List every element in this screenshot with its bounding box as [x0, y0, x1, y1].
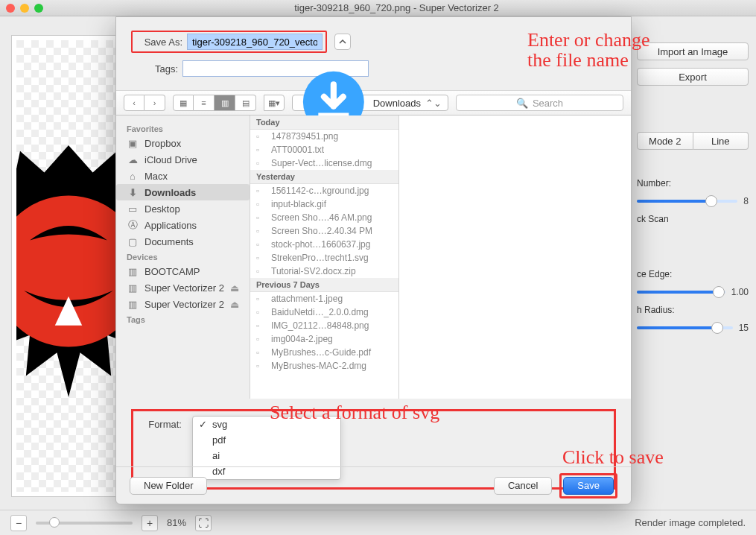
search-field[interactable]: 🔍 Search — [456, 95, 623, 111]
back-button[interactable]: ‹ — [124, 95, 144, 111]
window-controls — [6, 4, 43, 13]
file-icon: ▫ — [256, 212, 267, 223]
window-title: tiger-309218_960_720.png - Super Vectori… — [43, 2, 750, 13]
import-image-button[interactable]: Import an Image — [637, 42, 749, 60]
file-item[interactable]: ▫Tutorial-SV2.docx.zip — [250, 265, 398, 278]
sidebar-item-icloud[interactable]: ☁iCloud Drive — [116, 151, 250, 168]
file-item[interactable]: ▫1561142-c…kground.jpg — [250, 184, 398, 197]
sidebar-item-applications[interactable]: ⒶApplications — [116, 217, 250, 233]
file-icon: ▫ — [256, 253, 267, 263]
line-tab[interactable]: Line — [693, 132, 749, 150]
sidebar-item-label: Desktop — [144, 203, 180, 215]
location-popup[interactable]: Downloads ⌃⌄ — [292, 95, 448, 111]
file-icon: ▫ — [256, 199, 267, 209]
fit-screen-button[interactable]: ⛶ — [195, 515, 212, 531]
search-icon: 🔍 — [516, 98, 528, 109]
zoom-in-button[interactable]: + — [142, 515, 158, 531]
preview-column — [399, 115, 631, 399]
search-placeholder: Search — [533, 98, 563, 109]
file-item[interactable]: ▫img004a-2.jpeg — [250, 332, 398, 346]
file-icon: ▫ — [256, 347, 267, 358]
file-item[interactable]: ▫StrekenPro…trecht1.svg — [250, 251, 398, 265]
cancel-button[interactable]: Cancel — [494, 477, 552, 495]
file-icon: ▫ — [256, 145, 267, 155]
file-name: img004a-2.jpeg — [271, 334, 333, 344]
list-view-button[interactable]: ≡ — [194, 95, 215, 111]
file-item[interactable]: ▫attachment-1.jpeg — [250, 292, 398, 306]
column-view-button[interactable]: ▥ — [215, 95, 235, 111]
save-button[interactable]: Save — [563, 477, 614, 495]
finder-sidebar: Favorites ▣Dropbox ☁iCloud Drive ⌂Macx ⬇… — [116, 115, 250, 399]
forward-button[interactable]: › — [144, 95, 165, 111]
file-item[interactable]: ▫IMG_02112…84848.png — [250, 319, 398, 332]
edge-label: ce Edge: — [637, 269, 749, 279]
mode2-tab[interactable]: Mode 2 — [637, 132, 693, 150]
file-name: attachment-1.jpeg — [271, 294, 343, 304]
sidebar-item-label: Downloads — [144, 187, 196, 198]
sidebar-item-disk1[interactable]: ▥Super Vectorizer 2⏏ — [116, 279, 250, 296]
close-window-button[interactable] — [6, 4, 15, 13]
format-option-pdf[interactable]: pdf — [193, 432, 340, 448]
radius-slider[interactable] — [637, 326, 733, 329]
sidebar-item-documents[interactable]: ▢Documents — [116, 233, 250, 250]
file-column[interactable]: Today▫1478739451.png▫ATT00001.txt▫Super-… — [250, 115, 399, 399]
export-button[interactable]: Export — [637, 68, 749, 86]
new-folder-button[interactable]: New Folder — [130, 477, 207, 495]
edge-slider[interactable] — [637, 291, 725, 294]
sidebar-header-devices: Devices — [116, 250, 250, 263]
dropbox-icon: ▣ — [127, 137, 139, 149]
file-item[interactable]: ▫stock-phot…1660637.jpg — [250, 238, 398, 251]
file-item[interactable]: ▫1478739451.png — [250, 130, 398, 143]
file-icon: ▫ — [256, 320, 267, 331]
home-icon: ⌂ — [127, 170, 139, 182]
sidebar-item-desktop[interactable]: ▭Desktop — [116, 200, 250, 217]
zoom-window-button[interactable] — [34, 4, 43, 13]
file-item[interactable]: ▫Screen Sho….46 AM.png — [250, 211, 398, 224]
mode-segmented-control[interactable]: Mode 2 Line — [637, 132, 749, 150]
sidebar-item-disk2[interactable]: ▥Super Vectorizer 2⏏ — [116, 296, 250, 312]
save-sheet: Save As: Tags: ‹ › ▦ ≡ ▥ ▤ ▦▾ — [115, 16, 632, 504]
eject-icon[interactable]: ⏏ — [230, 282, 239, 294]
group-by-button[interactable]: ▦▾ — [264, 95, 285, 111]
file-item[interactable]: ▫MyBrushes…c-Guide.pdf — [250, 346, 398, 359]
expand-sheet-button[interactable] — [334, 34, 351, 50]
file-item[interactable]: ▫Super-Vect…license.dmg — [250, 156, 398, 170]
file-name: Tutorial-SV2.docx.zip — [271, 266, 356, 276]
edge-value: 1.00 — [731, 287, 749, 297]
downloads-icon: ⬇ — [127, 186, 139, 198]
radius-value: 15 — [739, 323, 749, 333]
disk-icon: ▥ — [127, 298, 139, 310]
sidebar-item-bootcamp[interactable]: ▥BOOTCAMP — [116, 263, 250, 279]
sidebar-header-tags: Tags — [116, 312, 250, 326]
icloud-icon: ☁ — [127, 153, 139, 165]
sidebar-item-downloads[interactable]: ⬇Downloads — [116, 184, 250, 200]
file-item[interactable]: ▫MyBrushes-MAC-2.dmg — [250, 359, 398, 373]
file-item[interactable]: ▫input-black.gif — [250, 197, 398, 211]
save-as-input[interactable] — [187, 34, 323, 50]
minimize-window-button[interactable] — [20, 4, 29, 13]
documents-icon: ▢ — [127, 235, 139, 247]
radius-label: h Radius: — [637, 305, 749, 315]
sidebar-item-label: iCloud Drive — [144, 154, 197, 165]
file-item[interactable]: ▫Screen Sho…2.40.34 PM — [250, 224, 398, 238]
file-name: 1561142-c…kground.jpg — [271, 186, 369, 196]
zoom-slider[interactable] — [36, 522, 133, 525]
sidebar-item-home[interactable]: ⌂Macx — [116, 168, 250, 184]
format-option-ai[interactable]: ai — [193, 448, 340, 463]
eject-icon[interactable]: ⏏ — [230, 299, 239, 310]
desktop-icon: ▭ — [127, 203, 139, 215]
sidebar-item-label: Super Vectorizer 2 — [144, 282, 224, 294]
file-icon: ▫ — [256, 239, 267, 250]
disk-icon: ▥ — [127, 265, 139, 277]
icon-view-button[interactable]: ▦ — [173, 95, 194, 111]
number-slider[interactable] — [637, 200, 737, 203]
file-name: MyBrushes-MAC-2.dmg — [271, 361, 366, 371]
file-item[interactable]: ▫BaiduNetdi…_2.0.0.dmg — [250, 306, 398, 319]
file-item[interactable]: ▫ATT00001.txt — [250, 143, 398, 156]
location-label: Downloads — [373, 98, 421, 109]
coverflow-view-button[interactable]: ▤ — [235, 95, 256, 111]
format-option-svg[interactable]: svg — [193, 417, 340, 432]
file-icon: ▫ — [256, 294, 267, 304]
sidebar-item-dropbox[interactable]: ▣Dropbox — [116, 135, 250, 151]
zoom-out-button[interactable]: − — [10, 515, 27, 531]
